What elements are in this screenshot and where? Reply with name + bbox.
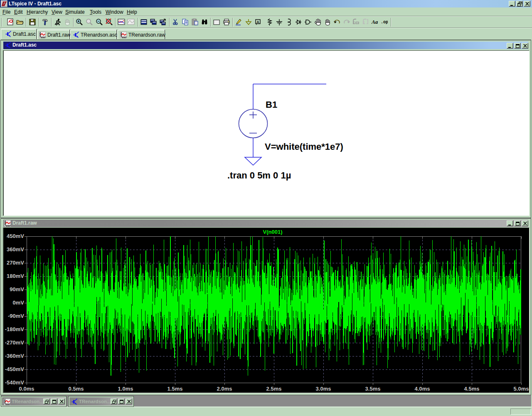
svg-text:A: A — [256, 20, 259, 24]
svg-text:450mV: 450mV — [7, 233, 24, 239]
svg-text:180mV: 180mV — [7, 273, 24, 279]
svg-text:360mV: 360mV — [7, 246, 24, 253]
svg-text:.op: .op — [381, 20, 388, 25]
svg-text:3.0ms: 3.0ms — [316, 386, 331, 392]
svg-text:90mV: 90mV — [10, 286, 24, 292]
svg-text:5.0ms: 5.0ms — [514, 386, 529, 392]
svg-text:-90mV: -90mV — [8, 313, 24, 319]
svg-text:V=white(time*1e7): V=white(time*1e7) — [265, 141, 343, 152]
svg-text:4.5ms: 4.5ms — [464, 386, 480, 392]
svg-text:0.0ms: 0.0ms — [19, 386, 34, 392]
svg-text:4.0ms: 4.0ms — [415, 386, 430, 392]
svg-text:1.5ms: 1.5ms — [167, 386, 183, 392]
svg-text:270mV: 270mV — [7, 260, 24, 266]
svg-text:-180mV: -180mV — [5, 326, 25, 332]
svg-text:V(n001): V(n001) — [263, 229, 283, 235]
svg-text:1.0ms: 1.0ms — [118, 386, 133, 392]
svg-text:B1: B1 — [266, 99, 277, 110]
svg-text:-360mV: -360mV — [5, 353, 25, 359]
svg-text:-450mV: -450mV — [5, 366, 25, 372]
svg-text:0mV: 0mV — [13, 300, 25, 306]
svg-text:-540mV: -540mV — [5, 379, 25, 386]
svg-text:.tran 0 5m 0 1µ: .tran 0 5m 0 1µ — [227, 170, 291, 181]
svg-text:0.5ms: 0.5ms — [69, 386, 84, 392]
svg-text:2.5ms: 2.5ms — [266, 386, 282, 392]
svg-text:Aa: Aa — [371, 19, 378, 25]
svg-text:2.0ms: 2.0ms — [217, 386, 232, 392]
svg-text:3.5ms: 3.5ms — [365, 386, 381, 392]
svg-text:-270mV: -270mV — [5, 339, 25, 346]
